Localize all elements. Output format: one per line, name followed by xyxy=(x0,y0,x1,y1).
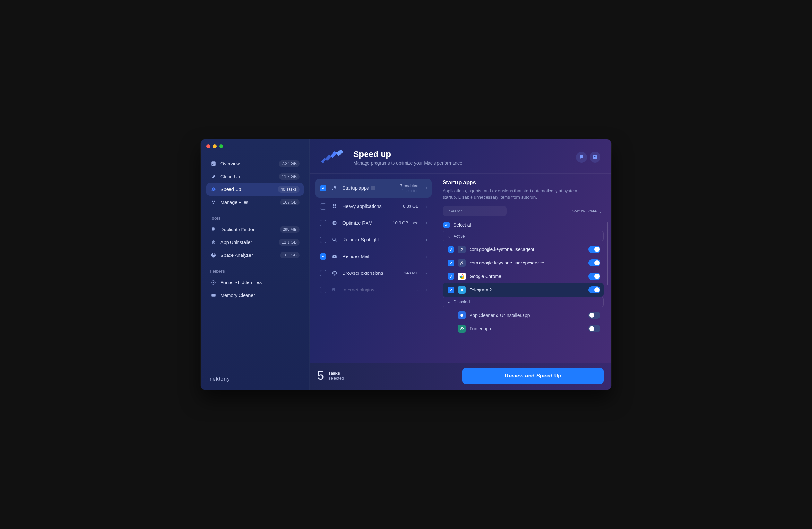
broom-icon xyxy=(210,173,217,180)
svg-rect-13 xyxy=(594,156,595,157)
task-checkbox[interactable] xyxy=(320,203,327,210)
sidebar-item-badge: 11.1 GB xyxy=(279,239,300,246)
count-text: Tasks selected xyxy=(328,371,344,381)
task-reindex-mail[interactable]: Reindex Mail › xyxy=(316,248,432,264)
list-item[interactable]: App Cleaner & Uninstaller.app xyxy=(443,309,604,322)
svg-point-2 xyxy=(214,201,215,202)
task-label: Optimize RAM xyxy=(343,220,388,226)
select-all-label: Select all xyxy=(453,223,472,228)
startup-list: Select all ⌄ Active com.google.keystone.… xyxy=(443,220,609,360)
task-checkbox[interactable] xyxy=(320,220,327,226)
review-speedup-button[interactable]: Review and Speed Up xyxy=(463,368,604,384)
task-startup-apps[interactable]: Startup apps i 7 enabled 4 selected › xyxy=(316,179,432,198)
target-icon xyxy=(210,279,217,286)
sidebar-main-group: Overview 7.34 GB Clean Up 11.8 GB Speed … xyxy=(206,157,304,209)
sidebar-item-spaceanalyzer[interactable]: Space Analyzer 108 GB xyxy=(206,249,304,262)
sidebar-item-memorycleaner[interactable]: Memory Cleaner xyxy=(206,289,304,302)
puzzle-icon xyxy=(331,286,338,294)
appcleaner-icon xyxy=(458,311,466,319)
item-checkbox[interactable] xyxy=(448,246,454,253)
item-label: Telegram 2 xyxy=(469,287,584,292)
news-button[interactable] xyxy=(590,152,600,163)
ram-icon xyxy=(210,292,217,299)
task-reindex-spotlight[interactable]: Reindex Spotlight › xyxy=(316,232,432,248)
task-value: 10.9 GB used xyxy=(393,220,419,226)
item-toggle[interactable] xyxy=(588,312,600,319)
task-checkbox[interactable] xyxy=(320,253,327,260)
list-item[interactable]: Funter.app xyxy=(443,322,604,335)
chevron-right-icon: › xyxy=(425,203,427,209)
brand-logo: nektony xyxy=(206,376,304,383)
content-body: Startup apps i 7 enabled 4 selected › He… xyxy=(310,174,611,363)
svg-point-23 xyxy=(333,238,335,241)
rocket-icon xyxy=(458,259,466,267)
group-active-header[interactable]: ⌄ Active xyxy=(443,231,604,241)
fullscreen-window-icon[interactable] xyxy=(219,144,223,148)
chevron-right-icon: › xyxy=(425,270,427,276)
minimize-window-icon[interactable] xyxy=(213,144,217,148)
details-title: Startup apps xyxy=(443,180,609,186)
list-item[interactable]: Telegram 2 xyxy=(443,283,604,297)
list-item[interactable]: Google Chrome xyxy=(443,270,604,283)
select-all-checkbox[interactable] xyxy=(443,222,450,228)
item-checkbox[interactable] xyxy=(448,287,454,293)
sidebar-item-label: Duplicate Finder xyxy=(220,227,276,232)
page-header: Speed up Manage programs to optimize you… xyxy=(310,139,611,174)
svg-point-7 xyxy=(213,282,214,283)
item-label: App Cleaner & Uninstaller.app xyxy=(469,313,584,318)
item-checkbox[interactable] xyxy=(448,273,454,280)
task-optimize-ram[interactable]: Optimize RAM 10.9 GB used › xyxy=(316,215,432,231)
funter-icon xyxy=(458,325,466,332)
svg-rect-5 xyxy=(212,228,214,231)
header-actions xyxy=(576,152,600,163)
svg-rect-11 xyxy=(214,297,215,297)
list-item[interactable]: com.google.keystone.user.xpcservice xyxy=(443,256,604,270)
info-icon[interactable]: i xyxy=(371,186,375,190)
item-toggle[interactable] xyxy=(588,325,600,332)
sidebar-item-label: Overview xyxy=(220,161,275,166)
task-heavy-apps[interactable]: Heavy applications 6.33 GB › xyxy=(316,198,432,214)
copy-icon xyxy=(210,226,217,233)
item-toggle[interactable] xyxy=(588,286,600,294)
task-checkbox[interactable] xyxy=(320,237,327,243)
group-disabled-header[interactable]: ⌄ Disabled xyxy=(443,297,604,307)
group-label: Active xyxy=(453,234,465,239)
search-input-wrap[interactable] xyxy=(443,206,507,216)
list-item[interactable]: com.google.keystone.user.agent xyxy=(443,243,604,256)
item-toggle[interactable] xyxy=(588,259,600,267)
task-checkbox[interactable] xyxy=(320,185,327,191)
item-checkbox[interactable] xyxy=(448,260,454,266)
uninstall-icon xyxy=(210,239,217,246)
task-value: - xyxy=(417,287,418,292)
sidebar-item-appuninstaller[interactable]: App Uninstaller 11.1 GB xyxy=(206,236,304,249)
close-window-icon[interactable] xyxy=(206,144,210,148)
sidebar-item-duplicatefinder[interactable]: Duplicate Finder 299 MB xyxy=(206,223,304,236)
select-all-row[interactable]: Select all xyxy=(443,220,604,231)
item-toggle[interactable] xyxy=(588,273,600,280)
sidebar-item-funter[interactable]: Funter - hidden files xyxy=(206,276,304,289)
item-label: com.google.keystone.user.xpcservice xyxy=(469,260,584,266)
sidebar-item-overview[interactable]: Overview 7.34 GB xyxy=(206,157,304,170)
scrollbar[interactable] xyxy=(607,223,608,285)
search-input[interactable] xyxy=(449,209,503,213)
sidebar-item-cleanup[interactable]: Clean Up 11.8 GB xyxy=(206,170,304,183)
task-checkbox[interactable] xyxy=(320,270,327,276)
search-icon xyxy=(331,236,338,243)
sidebar-item-speedup[interactable]: Speed Up 40 Tasks xyxy=(206,183,304,196)
chat-button[interactable] xyxy=(576,152,587,163)
svg-rect-20 xyxy=(335,206,336,208)
svg-rect-18 xyxy=(335,204,336,206)
sidebar-section-tools: Tools xyxy=(206,213,304,223)
item-toggle[interactable] xyxy=(588,246,600,253)
svg-point-29 xyxy=(461,328,463,329)
task-value: 6.33 GB xyxy=(403,204,419,209)
sort-dropdown[interactable]: Sort by State ⌄ xyxy=(571,209,603,214)
sidebar-item-badge: 107 GB xyxy=(280,199,300,205)
task-browser-extensions[interactable]: Browser extensions 143 MB › xyxy=(316,265,432,281)
svg-rect-8 xyxy=(211,294,216,297)
chevron-down-icon: ⌄ xyxy=(598,209,603,214)
sidebar-item-label: Manage Files xyxy=(220,200,276,205)
sidebar-helpers-group: Funter - hidden files Memory Cleaner xyxy=(206,276,304,302)
chrome-icon xyxy=(458,273,466,280)
sidebar-item-managefiles[interactable]: Manage Files 107 GB xyxy=(206,196,304,209)
